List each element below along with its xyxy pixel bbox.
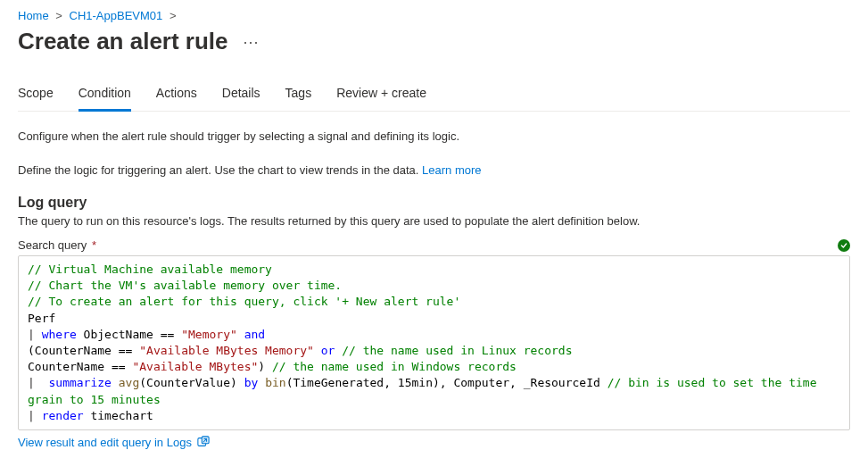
- intro-text-2-body: Define the logic for triggering an alert…: [18, 163, 422, 177]
- section-sub: The query to run on this resource's logs…: [18, 214, 850, 228]
- breadcrumb: Home > CH1-AppBEVM01 >: [18, 9, 850, 22]
- open-in-logs-icon: [197, 436, 210, 448]
- intro-text-2: Define the logic for triggering an alert…: [18, 162, 850, 179]
- search-query-label: Search query: [18, 238, 87, 252]
- view-in-logs-link[interactable]: View result and edit query in Logs: [18, 436, 192, 449]
- page-title: Create an alert rule: [18, 28, 228, 55]
- breadcrumb-resource[interactable]: CH1-AppBEVM01: [70, 9, 163, 22]
- tabs: Scope Condition Actions Details Tags Rev…: [18, 80, 850, 112]
- section-heading-log-query: Log query: [18, 195, 850, 211]
- chevron-right-icon: >: [166, 9, 180, 22]
- more-actions-button[interactable]: ⋯: [243, 32, 260, 52]
- query-text: // Virtual Machine available memory // C…: [28, 262, 840, 424]
- tab-actions[interactable]: Actions: [156, 80, 197, 112]
- tab-details[interactable]: Details: [222, 80, 260, 112]
- breadcrumb-home[interactable]: Home: [18, 9, 49, 22]
- tab-scope[interactable]: Scope: [18, 80, 54, 112]
- required-indicator: *: [92, 238, 96, 252]
- tab-review[interactable]: Review + create: [336, 80, 426, 112]
- tab-tags[interactable]: Tags: [285, 80, 312, 112]
- learn-more-link[interactable]: Learn more: [422, 163, 481, 177]
- search-query-editor[interactable]: // Virtual Machine available memory // C…: [18, 255, 850, 430]
- chevron-right-icon: >: [52, 9, 66, 22]
- valid-check-icon: [838, 239, 850, 252]
- tab-condition[interactable]: Condition: [79, 80, 131, 112]
- intro-text-1: Configure when the alert rule should tri…: [18, 128, 850, 146]
